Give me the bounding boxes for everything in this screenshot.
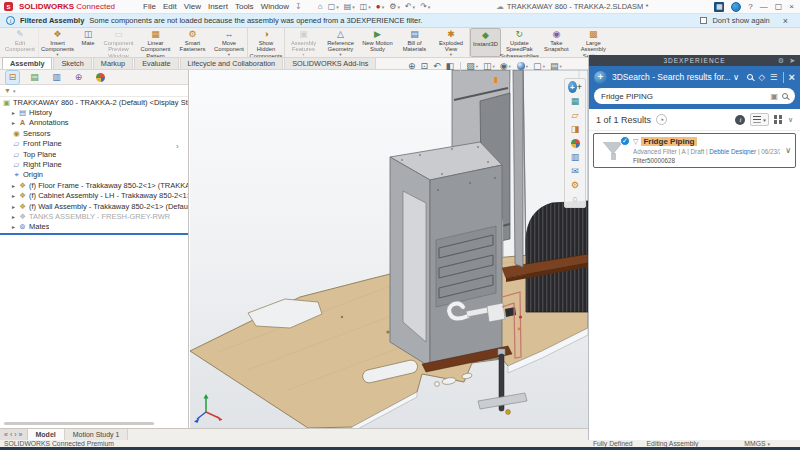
tree-item[interactable]: ▸ (f) Wall Assembly - Trakkaway 850-2<1>…: [0, 201, 188, 211]
select-bookmark-icon[interactable]: +: [568, 137, 582, 149]
prev-tab-button[interactable]: ‹: [10, 431, 12, 438]
history-clock-icon[interactable]: ◔: [656, 114, 667, 125]
zoom-to-area-icon[interactable]: ⊡ ▾: [421, 61, 429, 71]
menu-icon[interactable]: ☰: [770, 72, 778, 82]
command-tab[interactable]: Assembly: [2, 57, 52, 69]
panel-expand-icon[interactable]: ›: [176, 142, 179, 151]
display-style-icon[interactable]: ◫ ▾: [483, 61, 495, 71]
displaymanager-tab[interactable]: [94, 71, 107, 84]
properties-table-icon[interactable]: +: [568, 151, 582, 163]
ribbon-button[interactable]: Show Hidden Components ▾: [248, 28, 285, 57]
3dexperience-options-icon[interactable]: +: [568, 179, 582, 191]
tree-filter[interactable]: ▼ ▾: [0, 85, 188, 97]
tree-item[interactable]: ▸ Annotations: [0, 118, 188, 128]
collaboration-message-icon[interactable]: +: [568, 165, 582, 177]
horizontal-scrollbar[interactable]: [4, 422, 154, 425]
zoom-to-fit-icon[interactable]: ⊕ ▾: [408, 61, 416, 71]
screen-capture-icon[interactable]: ▣: [770, 92, 778, 101]
save-button[interactable]: ◫ ▾: [360, 2, 371, 11]
ribbon-button[interactable]: Exploded View ▾: [433, 28, 470, 57]
undo-button[interactable]: ↶ ▾: [405, 2, 415, 11]
command-tab[interactable]: SOLIDWORKS Add-Ins: [284, 57, 376, 69]
rollback-bar[interactable]: [0, 233, 188, 235]
search-result-item[interactable]: ✓ ▽ Fridge Piping Advanced Filter | A | …: [593, 133, 796, 168]
ribbon-button[interactable]: Insert Components ▾: [39, 28, 76, 57]
tree-item[interactable]: ▸ Top Plane: [0, 149, 188, 159]
ribbon-button[interactable]: Take Snapshot ▾: [538, 28, 575, 57]
command-tab[interactable]: Evaluate: [134, 57, 178, 69]
ribbon-button[interactable]: Linear Component Pattern ▾: [137, 28, 174, 57]
graphics-area[interactable]: [190, 70, 588, 428]
tree-item[interactable]: ▸ History: [0, 107, 188, 117]
view-orientation-icon[interactable]: ▧ ▾: [466, 61, 478, 71]
configurationmanager-tab[interactable]: [50, 71, 63, 84]
previous-view-icon[interactable]: ↶ ▾: [433, 61, 441, 71]
separator[interactable]: ▾: [459, 62, 461, 71]
ribbon-button[interactable]: Large Assembly Settings ▾: [575, 28, 612, 57]
new-document-button[interactable]: ▢ ▾: [328, 2, 339, 11]
panel-settings-icon[interactable]: ⚙: [778, 57, 785, 65]
help-button[interactable]: ?: [748, 2, 752, 11]
tree-item[interactable]: ▸ TRAKKAWAY 860 - TRAKKA-2 (Default) <Di…: [0, 97, 188, 107]
menu-window[interactable]: Window: [261, 2, 289, 11]
ribbon-button[interactable]: Bill of Materials ▾: [396, 28, 433, 57]
tree-item[interactable]: ▸ Origin: [0, 170, 188, 180]
tag-icon[interactable]: ◇: [758, 72, 765, 82]
save-to-3dexperience-icon[interactable]: +: [568, 123, 582, 135]
tree-item[interactable]: ▸ Front Plane: [0, 139, 188, 149]
dimxpertmanager-tab[interactable]: [72, 71, 85, 84]
3ds-compass-icon[interactable]: +: [594, 71, 607, 84]
ribbon-button[interactable]: Smart Fasteners ▾: [174, 28, 211, 57]
menu-tools[interactable]: Tools: [235, 2, 254, 11]
banner-close-icon[interactable]: ×: [783, 16, 788, 26]
refresh-status-icon[interactable]: +: [568, 193, 582, 205]
collapse-chevron-icon[interactable]: ∨: [788, 116, 793, 124]
restore-button[interactable]: ▢: [775, 2, 783, 11]
lifecycle-status-icon[interactable]: +: [568, 95, 582, 107]
model-tab[interactable]: Motion Study 1: [65, 429, 129, 440]
sort-button[interactable]: ▾: [750, 113, 769, 126]
options-button[interactable]: ⚙ ▾: [389, 2, 400, 11]
menu-edit[interactable]: Edit: [163, 2, 177, 11]
apply-scene-icon[interactable]: ▢ ▾: [533, 61, 545, 71]
3d-model-view[interactable]: [190, 70, 588, 428]
info-icon[interactable]: i: [735, 115, 745, 125]
tree-item[interactable]: ▸ (f) Floor Frame - Trakkaway 850-2<1> (…: [0, 180, 188, 190]
search-input[interactable]: [601, 92, 766, 101]
units-selector[interactable]: MMGS ▾: [744, 440, 770, 447]
featuremanager-tab[interactable]: [6, 71, 19, 84]
next-tab-button[interactable]: ›: [14, 431, 16, 438]
ribbon-button[interactable]: Edit Component ▾: [2, 28, 39, 57]
ribbon-button[interactable]: Update SpeedPak Subassemblies ▾: [501, 28, 538, 57]
tree-item[interactable]: ▸ Right Plane: [0, 159, 188, 169]
last-tab-button[interactable]: »: [19, 431, 23, 438]
first-tab-button[interactable]: «: [4, 431, 8, 438]
ribbon-button[interactable]: Assembly Features ▾: [285, 28, 322, 57]
ribbon-button[interactable]: Mate ▾: [76, 28, 100, 57]
ribbon-button[interactable]: New Motion Study ▾: [359, 28, 396, 57]
3dexperience-compass-icon[interactable]: +: [568, 81, 582, 93]
tree-item[interactable]: ▸ Sensors: [0, 128, 188, 138]
tree-item[interactable]: ▸ TANKS ASSEMBLY - FRESH-GREY-RWR: [0, 211, 188, 221]
grid-view-icon[interactable]: [774, 115, 783, 124]
ribbon-button[interactable]: Reference Geometry ▾: [322, 28, 359, 57]
home-button[interactable]: ⌂ ▾: [318, 2, 323, 11]
redo-button[interactable]: ↷ ▾: [420, 2, 430, 11]
ribbon-button[interactable]: Move Component ▾: [211, 28, 248, 57]
search-icon[interactable]: [747, 74, 753, 80]
propertymanager-tab[interactable]: [28, 71, 41, 84]
search-submit-icon[interactable]: [782, 93, 788, 99]
result-owner-link[interactable]: Debbie Designer: [709, 148, 756, 155]
user-avatar[interactable]: [731, 2, 741, 12]
command-tab[interactable]: Sketch: [53, 57, 91, 69]
panel-pin-icon[interactable]: ➤: [789, 57, 796, 65]
open-document-button[interactable]: ▤ ▾: [344, 2, 355, 11]
app-switcher-icon[interactable]: ▦: [714, 2, 724, 12]
menu-insert[interactable]: Insert: [208, 2, 228, 11]
model-fridge-cabinet[interactable]: [390, 142, 516, 367]
result-title[interactable]: Fridge Piping: [641, 137, 696, 146]
close-button[interactable]: ×: [789, 2, 794, 11]
section-view-icon[interactable]: ◧ ▾: [446, 61, 455, 71]
edit-appearance-icon[interactable]: ▾: [516, 62, 528, 70]
ribbon-button[interactable]: Component Preview Window ▾: [100, 28, 137, 57]
